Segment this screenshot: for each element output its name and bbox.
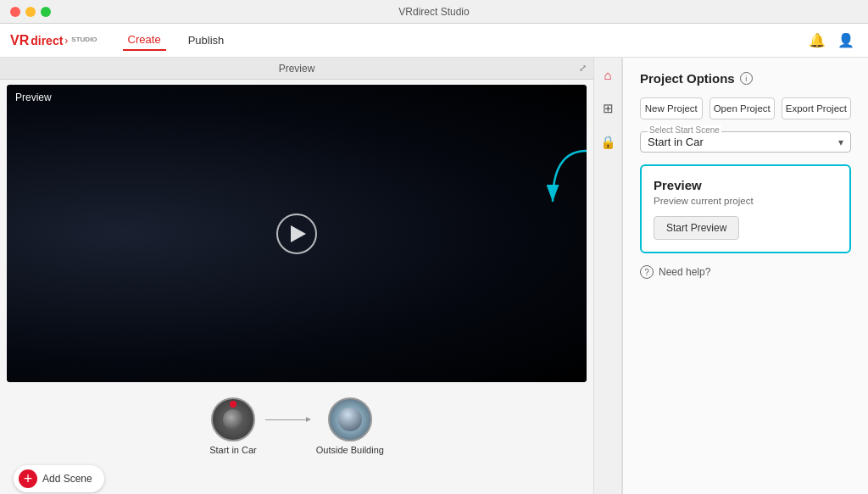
- menu-bar-right: 🔔 👤: [809, 32, 854, 48]
- preview-header-title: Preview: [279, 63, 315, 75]
- add-scene-button[interactable]: + Add Scene: [14, 465, 104, 492]
- scene-row: Start in Car Outside Building: [0, 387, 593, 463]
- chevron-down-icon: ▾: [838, 136, 843, 148]
- preview-label: Preview: [15, 92, 52, 103]
- need-help[interactable]: ? Need help?: [640, 265, 851, 279]
- info-icon[interactable]: i: [740, 72, 753, 85]
- app-container: VR direct › STUDIO Create Publish 🔔 👤 Pr…: [0, 24, 868, 494]
- bottom-bar: + Add Scene: [0, 463, 593, 494]
- preview-window: Preview: [7, 85, 587, 382]
- logo-direct: direct: [31, 34, 63, 47]
- section-title: Project Options: [640, 71, 735, 86]
- add-scene-plus-icon: +: [19, 469, 37, 488]
- icon-strip: ⌂ ⊞ 🔒: [593, 58, 622, 494]
- close-button[interactable]: [10, 7, 20, 17]
- need-help-label: Need help?: [659, 266, 710, 278]
- play-icon: [291, 225, 306, 242]
- logo-vr: VR: [10, 33, 29, 48]
- scene-label-car: Start in Car: [209, 445, 257, 455]
- menu-publish[interactable]: Publish: [183, 31, 230, 50]
- open-project-button[interactable]: Open Project: [709, 97, 775, 119]
- scene-item-car[interactable]: Start in Car: [209, 397, 257, 455]
- minimize-button[interactable]: [25, 7, 36, 17]
- strip-layers-icon[interactable]: ⊞: [598, 98, 618, 119]
- notification-icon[interactable]: 🔔: [809, 32, 826, 48]
- add-scene-label: Add Scene: [42, 473, 92, 485]
- preview-section-title: Preview: [654, 178, 837, 192]
- logo-arrow-icon: ›: [64, 35, 68, 47]
- preview-section: Preview Preview current project Start Pr…: [640, 164, 851, 253]
- left-panel: Preview ⤢ Preview Start in Car: [0, 58, 593, 494]
- maximize-button[interactable]: [41, 7, 51, 17]
- scene-label-building: Outside Building: [316, 445, 384, 455]
- scene-item-building[interactable]: Outside Building: [316, 397, 384, 455]
- new-project-button[interactable]: New Project: [640, 97, 703, 119]
- scene-thumb-car: [211, 397, 255, 441]
- logo: VR direct › STUDIO: [10, 33, 97, 48]
- export-project-button[interactable]: Export Project: [782, 97, 851, 119]
- section-header: Project Options i: [640, 71, 851, 86]
- title-bar: VRdirect Studio: [0, 0, 868, 24]
- window-title: VRdirect Studio: [398, 6, 469, 18]
- preview-header: Preview ⤢: [0, 58, 593, 80]
- project-buttons-row: New Project Open Project Export Project: [640, 97, 851, 119]
- select-start-scene-group: Select Start Scene Start in Car ▾: [640, 131, 851, 153]
- strip-home-icon[interactable]: ⌂: [598, 64, 618, 85]
- logo-studio: STUDIO: [71, 36, 97, 44]
- select-row[interactable]: Start in Car ▾: [648, 136, 843, 148]
- scene-thumb-building: [328, 397, 372, 441]
- expand-icon[interactable]: ⤢: [579, 63, 587, 74]
- menu-create[interactable]: Create: [123, 30, 166, 51]
- preview-section-description: Preview current project: [654, 196, 837, 206]
- user-icon[interactable]: 👤: [837, 32, 854, 48]
- scene-connector-line: [265, 419, 308, 420]
- window-controls: [10, 7, 51, 17]
- select-start-scene-value: Start in Car: [648, 136, 704, 148]
- strip-lock-icon[interactable]: 🔒: [598, 132, 618, 153]
- start-dot: [230, 401, 236, 408]
- play-button[interactable]: [276, 214, 317, 254]
- right-panel: Project Options i New Project Open Proje…: [622, 58, 868, 494]
- start-preview-button[interactable]: Start Preview: [654, 216, 739, 240]
- menu-bar: VR direct › STUDIO Create Publish 🔔 👤: [0, 24, 868, 58]
- content-area: Preview ⤢ Preview Start in Car: [0, 58, 868, 494]
- help-circle-icon: ?: [640, 265, 654, 279]
- select-start-scene-label: Select Start Scene: [648, 125, 721, 135]
